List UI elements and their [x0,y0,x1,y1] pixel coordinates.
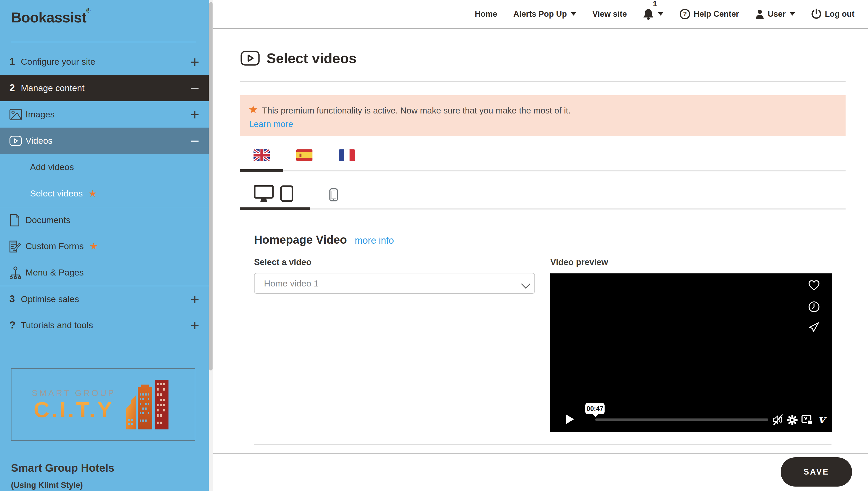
sidebar-item-configure-your-site[interactable]: 1 Configure your site + [0,49,209,75]
watch-later-clock-icon[interactable] [808,301,820,313]
hotel-logo-box: SMART GROUP C.I.T.Y [11,368,196,441]
power-icon [811,9,821,20]
volume-muted-icon[interactable] [772,414,784,425]
video-preview-label: Video preview [550,257,608,267]
nav-user-menu[interactable]: User [755,9,795,19]
nav-label: Home [475,9,497,19]
sidebar-item-optimise-sales[interactable]: 3 Optimise sales + [0,286,209,312]
minus-icon[interactable]: − [190,81,199,96]
sidebar-item-label: Documents [26,215,199,225]
video-play-icon [240,51,260,66]
english-flag [253,149,270,161]
plus-icon[interactable]: + [190,292,199,307]
sidebar-scrollbar[interactable] [209,0,213,491]
nav-view-site[interactable]: View site [592,9,627,19]
notification-count-badge: 1 [653,0,657,8]
chevron-down-icon [658,12,663,16]
homepage-video-card: Homepage Video more info Select a video … [240,224,844,453]
sidebar-item-label: Menu & Pages [26,267,199,278]
sidebar-item-label: Videos [26,136,190,146]
plus-icon[interactable]: + [190,54,199,69]
sidebar-menu: 1 Configure your site + 2 Manage content… [0,49,209,338]
item-number: ? [9,320,21,331]
item-number: 3 [9,293,21,305]
sidebar-item-videos[interactable]: Videos − [0,127,209,154]
plus-icon[interactable]: + [190,107,199,122]
sidebar-item-label: Select videos [30,189,83,199]
sidebar-item-images[interactable]: Images + [0,101,209,127]
desktop-icon [255,186,273,202]
video-play-icon [9,135,26,147]
more-info-link[interactable]: more info [355,235,394,246]
sitemap-icon [9,266,26,279]
device-tab-track [310,208,845,209]
sidebar-item-label: Optimise sales [21,294,190,304]
chevron-down-icon [790,12,795,16]
vimeo-logo-icon[interactable]: v [816,414,827,425]
minus-icon[interactable]: − [190,133,199,148]
custom-forms-icon [9,240,26,253]
device-tab-mobile[interactable] [329,189,338,202]
nav-label: Log out [825,9,855,19]
sidebar-item-manage-content[interactable]: 2 Manage content − [0,75,209,101]
nav-alerts-popup[interactable]: Alerts Pop Up [513,9,576,19]
document-icon [9,214,26,227]
plus-icon[interactable]: + [190,318,199,333]
nav-logout[interactable]: Log out [811,9,855,20]
picture-in-picture-icon[interactable] [801,414,813,425]
footer-divider [213,453,868,454]
video-player[interactable]: 00:47 [550,273,832,432]
time-tooltip: 00:47 [585,403,605,414]
save-button[interactable]: SAVE [781,457,852,487]
sidebar-item-documents[interactable]: Documents [0,207,209,233]
sidebar-item-label: Manage content [21,83,190,93]
nav-home[interactable]: Home [475,9,497,19]
video-select-dropdown[interactable]: Home video 1 [254,273,535,294]
brand-divider [11,42,197,42]
item-number: 2 [9,82,21,94]
svg-text:?: ? [683,10,687,18]
nav-help-center[interactable]: ? Help Center [680,9,739,20]
like-heart-icon[interactable] [808,280,820,291]
sidebar: Bookassist® 1 Configure your site + 2 Ma… [0,0,209,491]
select-video-label: Select a video [254,257,311,267]
scrollbar-thumb[interactable] [209,2,213,371]
learn-more-link[interactable]: Learn more [249,119,293,129]
premium-banner-text: This premium functionality is active. No… [262,106,571,116]
images-icon [9,109,26,120]
language-tab-french[interactable] [339,149,355,161]
settings-gear-icon[interactable] [787,414,798,426]
share-icon[interactable] [808,322,820,333]
device-tab-desktop-tablet[interactable] [254,185,293,205]
svg-text:v: v [818,414,827,425]
nav-label: Help Center [693,9,739,19]
page-title-row: Select videos [240,50,357,66]
french-flag [339,149,355,161]
premium-star-icon: ★ [88,188,97,199]
sidebar-item-label: Add videos [30,162,199,172]
section-heading: Homepage Video [254,233,347,246]
nav-notifications[interactable]: 1 [643,8,663,20]
language-tab-spanish[interactable] [296,149,312,161]
hotel-logo-line1: SMART GROUP [32,388,116,398]
language-tab-english[interactable] [253,149,270,161]
nav-label: View site [592,9,627,19]
card-bottom-divider [254,444,832,445]
sidebar-item-menu-pages[interactable]: Menu & Pages [0,259,209,286]
user-icon [755,9,765,19]
play-button[interactable] [565,414,575,425]
item-number: 1 [9,56,21,67]
sidebar-item-label: Tutorials and tools [21,320,190,330]
sidebar-item-add-videos[interactable]: Add videos [0,154,209,180]
hotel-style-note: (Using Klimt Style) [11,481,83,490]
city-buildings-graphic [126,380,175,429]
sidebar-item-select-videos[interactable]: Select videos ★ [0,180,209,207]
progress-bar[interactable] [595,418,768,421]
nav-label: User [768,9,785,19]
hotel-logo-line2: C.I.T.Y [32,398,116,421]
sidebar-item-custom-forms[interactable]: Custom Forms ★ [0,233,209,259]
chevron-down-icon [571,12,576,16]
sidebar-item-tutorials-and-tools[interactable]: ? Tutorials and tools + [0,312,209,338]
time-text: 00:47 [587,405,603,412]
spanish-flag [296,149,312,161]
